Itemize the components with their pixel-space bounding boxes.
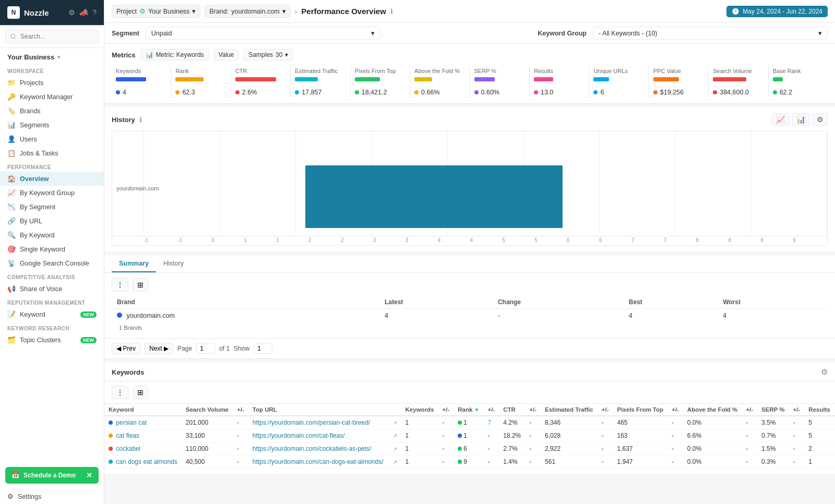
external-link-icon[interactable]: ↗ (393, 420, 397, 426)
metric-value-rank: 62.3 (175, 89, 226, 96)
brand-selector[interactable]: Brand: yourdomain.com ▾ (205, 5, 290, 18)
x-label: 3 (373, 237, 376, 243)
sidebar-item-keyword-rep[interactable]: 📝 Keyword NEW (0, 307, 104, 321)
top-url-link[interactable]: https://yourdomain.com/cockatiels-as-pet… (253, 445, 371, 452)
sidebar-item-share-of-voice[interactable]: 📢 Share of Voice (0, 282, 104, 296)
notification-icon[interactable]: 📣 (79, 8, 88, 17)
metric-bar-keywords (116, 77, 166, 86)
prev-button[interactable]: ◀ Prev (112, 343, 140, 354)
th-keyword[interactable]: Keyword (104, 404, 182, 416)
next-button[interactable]: Next ▶ (145, 343, 173, 354)
keyword-rep-icon: 📝 (7, 310, 16, 318)
keyword-link[interactable]: cockatiel (116, 445, 140, 452)
keyword-group-dropdown[interactable]: - All Keywords - (10) ▾ (593, 27, 828, 40)
th-keywords[interactable]: Keywords (401, 404, 438, 416)
segment-dropdown[interactable]: Unpaid ▾ (146, 27, 380, 40)
project-selector[interactable]: Project ⚙ Your Business ▾ (112, 5, 200, 18)
th-est-traffic[interactable]: Estimated Traffic (541, 404, 598, 416)
settings-icon[interactable]: ⚙ (68, 8, 75, 17)
top-url-link[interactable]: https://yourdomain.com/persian-cat-breed… (253, 419, 370, 426)
th-serp[interactable]: SERP % (757, 404, 789, 416)
bar-search-volume (713, 77, 746, 81)
external-link-icon[interactable]: ↗ (393, 459, 397, 465)
th-ext-link (388, 404, 401, 416)
sidebar-item-brands[interactable]: 🏷️ Brands (0, 104, 104, 118)
td-ctr-change: - (525, 442, 541, 455)
keyword-link[interactable]: cat fleas (116, 432, 139, 439)
td-results: 5 (804, 429, 834, 442)
summary-menu-button[interactable]: ⋮ (112, 278, 128, 292)
sidebar-item-by-url[interactable]: 🔗 By URL (0, 214, 104, 228)
jobs-icon: 📋 (7, 149, 16, 157)
sidebar-item-by-keyword[interactable]: 🔍 By Keyword (0, 228, 104, 242)
top-url-link[interactable]: https://yourdomain.com/can-dogs-eat-almo… (253, 458, 384, 465)
sidebar-item-settings[interactable]: ⚙ Settings (0, 489, 104, 504)
x-label: 3 (405, 237, 409, 243)
x-label: 5 (502, 237, 505, 243)
grid-line (827, 131, 827, 235)
th-above-fold[interactable]: Above the Fold % (683, 404, 742, 416)
keyword-link[interactable]: can dogs eat almonds (116, 458, 177, 465)
sidebar-item-by-segment[interactable]: 📉 By Segment (0, 200, 104, 214)
history-info-icon[interactable]: ℹ (139, 116, 142, 124)
sidebar-item-segments[interactable]: 📊 Segments (0, 118, 104, 132)
page-input[interactable] (196, 343, 215, 354)
help-icon[interactable]: ? (92, 8, 97, 17)
sidebar-item-overview[interactable]: 🏠 Overview (0, 172, 104, 186)
td-px-change: - (667, 455, 683, 469)
th-results[interactable]: Results (804, 404, 834, 416)
history-settings-button[interactable]: ⚙ (813, 113, 828, 126)
samples-chip[interactable]: Samples 30 ▾ (244, 49, 293, 61)
schedule-demo-button[interactable]: 📅 Schedule a Demo ✕ (5, 467, 99, 484)
sidebar-item-topic-clusters[interactable]: 🗂️ Topic Clusters NEW (0, 333, 104, 347)
keywords-settings-icon[interactable]: ⚙ (821, 367, 828, 377)
sidebar-item-jobs-tasks[interactable]: 📋 Jobs & Tasks (0, 146, 104, 160)
history-line-chart-button[interactable]: 📈 (772, 113, 789, 126)
keyword-research-section-label: KEYWORD RESEARCH (0, 321, 104, 333)
show-input[interactable] (254, 343, 272, 354)
info-icon[interactable]: ℹ (390, 7, 393, 15)
summary-table-button[interactable]: ⊞ (133, 278, 148, 292)
sidebar-item-by-keyword-group[interactable]: 📈 By Keyword Group (0, 186, 104, 200)
search-input[interactable] (5, 30, 99, 43)
metric-chip[interactable]: 📊 Metric: Keywords (141, 49, 209, 61)
td-sv-change: - (233, 455, 248, 469)
keyword-link[interactable]: persian cat (116, 419, 147, 426)
history-bar-chart-button[interactable]: 📊 (792, 113, 809, 126)
th-top-url[interactable]: Top URL (248, 404, 388, 416)
metric-header-rank: Rank (175, 68, 226, 74)
bar-unique-urls (593, 77, 609, 81)
kw-menu-button[interactable]: ⋮ (112, 386, 128, 399)
sidebar-item-label: Keyword Manager (20, 93, 73, 101)
samples-chevron-icon: ▾ (285, 51, 288, 58)
workspace-title[interactable]: Your Business ▾ (0, 48, 104, 64)
table-row: cat fleas 33,100 - https://yourdomain.co… (104, 429, 835, 442)
td-et-change: - (598, 416, 613, 429)
th-search-volume[interactable]: Search Volume (182, 404, 233, 416)
kw-table-button[interactable]: ⊞ (133, 386, 148, 399)
top-url-link[interactable]: https://yourdomain.com/cat-fleas/ (253, 432, 345, 439)
th-ctr-change: +/- (525, 404, 541, 416)
metric-header-serp: SERP % (474, 68, 525, 74)
value-chip[interactable]: Value (214, 49, 239, 61)
td-results: 5 (804, 416, 834, 429)
tab-summary[interactable]: Summary (112, 256, 156, 272)
external-link-icon[interactable]: ↗ (393, 433, 397, 439)
x-label: 7 (664, 237, 667, 243)
td-ctr: 4.2% (499, 416, 525, 429)
sidebar-item-google-search-console[interactable]: 📡 Google Search Console (0, 256, 104, 270)
td-latest: 4 (379, 309, 493, 323)
th-pixels[interactable]: Pixels From Top (613, 404, 667, 416)
external-link-icon[interactable]: ↗ (393, 446, 397, 452)
th-rank[interactable]: Rank ▼ (454, 404, 483, 416)
tab-history[interactable]: History (156, 256, 191, 272)
sidebar-item-single-keyword[interactable]: 🎯 Single Keyword (0, 242, 104, 256)
close-icon[interactable]: ✕ (86, 471, 92, 479)
value-unique-urls: 6 (600, 89, 604, 96)
date-range-selector[interactable]: 🕐 May 24, 2024 - Jun 22, 2024 (726, 6, 828, 17)
sidebar-item-keyword-manager[interactable]: 🔑 Keyword Manager (0, 90, 104, 104)
sidebar-item-users[interactable]: 👤 Users (0, 132, 104, 146)
th-ctr[interactable]: CTR (499, 404, 525, 416)
bar-keywords (116, 77, 146, 81)
sidebar-item-projects[interactable]: 📁 Projects (0, 76, 104, 90)
